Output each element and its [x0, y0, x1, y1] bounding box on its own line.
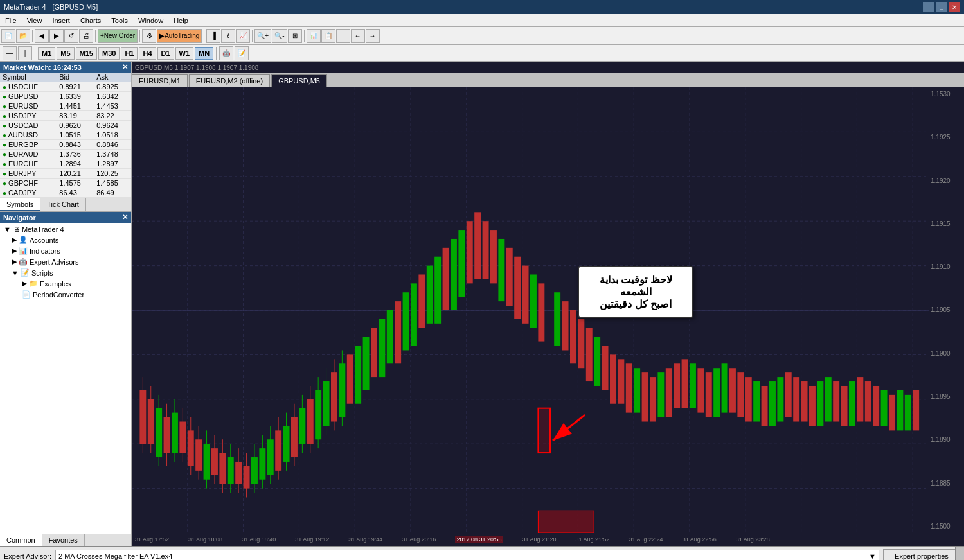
svg-rect-80: [363, 337, 370, 390]
window-controls: — □ ✕: [923, 2, 960, 12]
market-watch-row[interactable]: ● EURCHF 1.2894 1.2897: [0, 159, 131, 169]
market-watch-row[interactable]: ● EURJPY 120.21 120.25: [0, 169, 131, 179]
back-btn[interactable]: ◀: [35, 29, 49, 43]
new-order-btn[interactable]: + New Order: [98, 29, 138, 43]
svg-rect-119: [682, 359, 688, 408]
mw-bid-cell: 86.43: [57, 188, 94, 198]
market-watch-row[interactable]: ● AUDUSD 1.0515 1.0518: [0, 130, 131, 140]
nav-tab-favorites[interactable]: Favorites: [42, 534, 85, 546]
navigator-close-icon[interactable]: ✕: [122, 213, 128, 222]
chart-bar-btn[interactable]: ▐: [206, 29, 220, 43]
mw-col-bid: Bid: [57, 73, 94, 82]
nav-label-indicators: Indicators: [30, 247, 60, 255]
open-btn[interactable]: 📂: [16, 29, 30, 43]
forward-btn[interactable]: ▶: [49, 29, 64, 43]
zoom-out-btn[interactable]: 🔍-: [272, 29, 287, 43]
hline-tool[interactable]: |: [18, 46, 32, 60]
line-tool[interactable]: —: [3, 46, 17, 60]
market-watch-row[interactable]: ● USDJPY 83.19 83.22: [0, 111, 131, 121]
chart-tab-eurusd-m1[interactable]: EURUSD,M1: [132, 74, 188, 87]
expert-properties-btn[interactable]: Expert properties: [883, 549, 960, 560]
menu-charts[interactable]: Charts: [75, 15, 106, 26]
tf-m30[interactable]: M30: [98, 47, 120, 60]
market-watch-row[interactable]: ● CADJPY 86.43 86.49: [0, 188, 131, 198]
market-watch-row[interactable]: ● EURUSD 1.4451 1.4453: [0, 101, 131, 111]
autotrading-btn[interactable]: ▶ AutoTrading: [157, 29, 202, 43]
arrow-right-btn[interactable]: →: [366, 29, 380, 43]
market-watch-row[interactable]: ● EURAUD 1.3736 1.3748: [0, 150, 131, 159]
minimize-button[interactable]: —: [923, 2, 934, 12]
new-chart-btn[interactable]: 📄: [1, 29, 15, 43]
price-1910: 1.1910: [931, 263, 963, 270]
tf-m5[interactable]: M5: [57, 47, 74, 60]
tester-ea-dropdown[interactable]: 2 MA Crosses Mega filter EA V1.ex4 ▼: [55, 550, 879, 560]
tf-d1[interactable]: D1: [157, 47, 174, 60]
chart-tab-gbpusd-m5[interactable]: GBPUSD,M5: [271, 74, 327, 87]
svg-rect-104: [562, 301, 569, 350]
zoom-in-btn[interactable]: 🔍+: [254, 29, 271, 43]
time-label-8: 31 Aug 21:52: [576, 536, 610, 543]
svg-rect-130: [769, 381, 776, 426]
chart-tab-eurusd-m2[interactable]: EURUSD,M2 (offline): [189, 74, 270, 87]
nav-item-indicators[interactable]: ▶ 📊 Indicators: [1, 245, 130, 256]
navigator: Navigator ✕ ▼ 🖥 MetaTrader 4 ▶ 👤 Account…: [0, 211, 131, 546]
maximize-button[interactable]: □: [936, 2, 947, 12]
nav-item-converter[interactable]: 📄 PeriodConverter: [1, 289, 130, 300]
nav-item-examples[interactable]: ▶ 📁 Examples: [1, 278, 130, 289]
mw-ask-cell: 1.3748: [94, 150, 131, 159]
arrow-left-btn[interactable]: ←: [351, 29, 365, 43]
chart-candle-btn[interactable]: 🕯: [221, 29, 235, 43]
mw-ask-cell: 1.4453: [94, 101, 131, 111]
chart-tabs: EURUSD,M1 EURUSD,M2 (offline) GBPUSD,M5: [132, 73, 964, 87]
side-collapse-tab[interactable]: ▶: [955, 547, 964, 560]
close-button[interactable]: ✕: [949, 2, 960, 12]
svg-rect-147: [905, 395, 911, 431]
tf-w1[interactable]: W1: [175, 47, 194, 60]
menu-insert[interactable]: Insert: [47, 15, 75, 26]
mw-symbol-cell: ● USDCHF: [0, 82, 57, 92]
market-watch-row[interactable]: ● USDCHF 0.8921 0.8925: [0, 82, 131, 92]
price-1500: 1.1500: [931, 523, 963, 530]
nav-item-scripts[interactable]: ▼ 📝 Scripts: [1, 267, 130, 278]
properties-btn[interactable]: ⚙: [142, 29, 156, 43]
market-watch-row[interactable]: ● EURGBP 0.8843 0.8846: [0, 140, 131, 150]
tf-m1[interactable]: M1: [38, 47, 55, 60]
fit-btn[interactable]: ⊞: [288, 29, 302, 43]
templates-btn[interactable]: 📋: [321, 29, 335, 43]
nav-item-accounts[interactable]: ▶ 👤 Accounts: [1, 234, 130, 245]
market-watch-row[interactable]: ● GBPUSD 1.6339 1.6342: [0, 92, 131, 101]
menu-view[interactable]: View: [22, 15, 48, 26]
mw-ask-cell: 86.49: [94, 188, 131, 198]
menu-help[interactable]: Help: [168, 15, 193, 26]
tf-h1[interactable]: H1: [121, 47, 138, 60]
refresh-btn[interactable]: ↺: [64, 29, 78, 43]
script-btn[interactable]: 📝: [235, 46, 249, 60]
tf-mn[interactable]: MN: [195, 47, 213, 60]
menu-window[interactable]: Window: [133, 15, 168, 26]
dot-icon: ●: [3, 122, 6, 129]
nav-tab-common[interactable]: Common: [0, 534, 42, 546]
expert-btn[interactable]: 🤖: [219, 46, 233, 60]
mw-tab-symbols[interactable]: Symbols: [0, 198, 40, 211]
svg-rect-137: [825, 377, 832, 421]
tf-h4[interactable]: H4: [139, 47, 156, 60]
market-watch-row[interactable]: ● GBPCHF 1.4575 1.4585: [0, 179, 131, 188]
menu-tools[interactable]: Tools: [106, 15, 133, 26]
indicators-btn[interactable]: 📊: [307, 29, 321, 43]
mw-ask-cell: 83.22: [94, 111, 131, 121]
nav-item-experts[interactable]: ▶ 🤖 Expert Advisors: [1, 256, 130, 267]
mw-tab-tick[interactable]: Tick Chart: [40, 198, 86, 211]
market-watch-row[interactable]: ● USDCAD 0.9620 0.9624: [0, 121, 131, 130]
market-watch-body: ● USDCHF 0.8921 0.8925 ● GBPUSD 1.6339 1…: [0, 82, 131, 198]
main-layout: Market Watch: 16:24:53 ✕ Symbol Bid Ask …: [0, 62, 964, 546]
menu-file[interactable]: File: [0, 15, 22, 26]
period-sep-btn[interactable]: |: [336, 29, 350, 43]
svg-rect-81: [371, 328, 377, 377]
tf-m15[interactable]: M15: [76, 47, 97, 60]
svg-rect-103: [554, 292, 560, 346]
chart-line-btn[interactable]: 📈: [236, 29, 250, 43]
nav-item-mt4[interactable]: ▼ 🖥 MetaTrader 4: [1, 224, 130, 234]
market-watch-close-icon: ✕: [122, 63, 128, 71]
chart-canvas[interactable]: لاحظ توقيت بداية الشمعه اصبح كل دقيقتين: [132, 87, 929, 533]
print-btn[interactable]: 🖨: [79, 29, 93, 43]
